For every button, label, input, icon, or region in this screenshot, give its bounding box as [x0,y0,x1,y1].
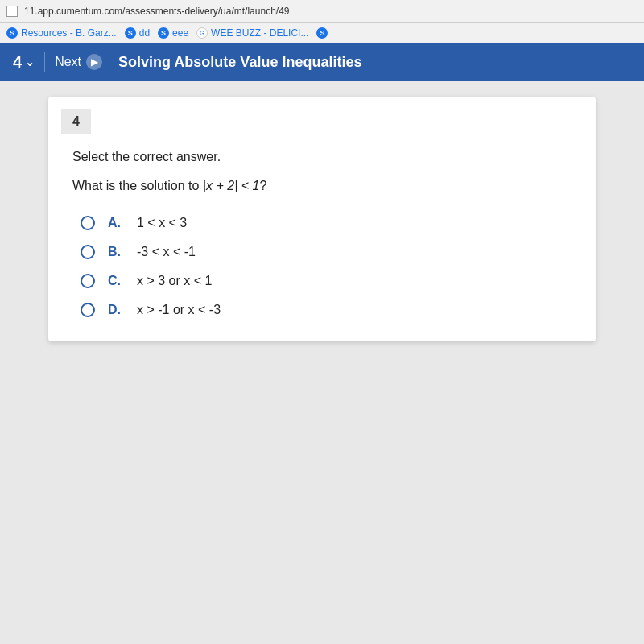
bookmark-label-weebuzz: WEE BUZZ - DELICI... [211,27,308,39]
bookmark-label-dd: dd [139,27,150,39]
bookmarks-bar: S Resources - B. Garz... S dd S eee G WE… [0,23,644,43]
main-content: 4 Select the correct answer. What is the… [0,80,644,644]
option-label-a: A. [108,216,124,230]
question-number-tag: 4 [61,109,91,134]
bookmark-weebuzz[interactable]: G WEE BUZZ - DELICI... [196,27,308,39]
question-math-expr: |x + 2| < 1 [203,179,260,192]
radio-b[interactable] [80,245,95,259]
next-arrow-icon: ▶ [86,54,102,70]
question-text-suffix: ? [259,179,266,192]
bookmark-icon-google: G [196,27,208,39]
question-number-display[interactable]: 4 ⌄ [13,53,35,72]
question-card: 4 Select the correct answer. What is the… [48,97,596,341]
next-label: Next [55,55,81,69]
answer-options: A. 1 < x < 3 B. -3 < x < -1 C. x > 3 or … [72,216,572,317]
bookmark-label-resources: Resources - B. Garz... [21,27,117,39]
bookmark-icon-eee: S [158,27,169,39]
question-body: Select the correct answer. What is the s… [48,134,596,341]
bookmark-eee[interactable]: S eee [158,27,188,39]
option-text-c: x > 3 or x < 1 [137,274,212,288]
question-text: What is the solution to |x + 2| < 1? [72,179,572,193]
bookmark-icon-resources: S [6,27,18,39]
radio-c[interactable] [80,274,95,288]
option-label-d: D. [108,303,124,317]
question-number-label: 4 [13,53,22,72]
bookmark-extra[interactable]: S [316,27,328,39]
toolbar-title: Solving Absolute Value Inequalities [118,54,361,71]
answer-option-d[interactable]: D. x > -1 or x < -3 [80,303,572,317]
option-text-b: -3 < x < -1 [137,245,196,259]
bookmark-dd[interactable]: S dd [125,27,150,39]
option-text-a: 1 < x < 3 [137,216,187,230]
option-text-d: x > -1 or x < -3 [137,303,221,317]
browser-bar: 11.app.cumentum.com/assessments-delivery… [0,0,644,23]
bookmark-icon-dd: S [125,27,136,39]
bookmark-icon-extra: S [316,27,328,39]
radio-a[interactable] [80,216,95,230]
next-button[interactable]: Next ▶ [55,54,102,70]
question-text-prefix: What is the solution to [72,179,203,192]
browser-checkbox [6,6,18,17]
browser-url: 11.app.cumentum.com/assessments-delivery… [24,6,638,17]
option-label-c: C. [108,274,124,288]
option-label-b: B. [108,245,124,259]
bookmark-label-eee: eee [172,27,188,39]
bookmark-resources[interactable]: S Resources - B. Garz... [6,27,117,39]
answer-option-a[interactable]: A. 1 < x < 3 [80,216,572,230]
toolbar-divider [44,52,45,72]
question-instruction: Select the correct answer. [72,150,572,164]
answer-option-c[interactable]: C. x > 3 or x < 1 [80,274,572,288]
app-toolbar: 4 ⌄ Next ▶ Solving Absolute Value Inequa… [0,43,644,80]
answer-option-b[interactable]: B. -3 < x < -1 [80,245,572,259]
radio-d[interactable] [80,303,95,317]
chevron-down-icon: ⌄ [25,56,35,68]
